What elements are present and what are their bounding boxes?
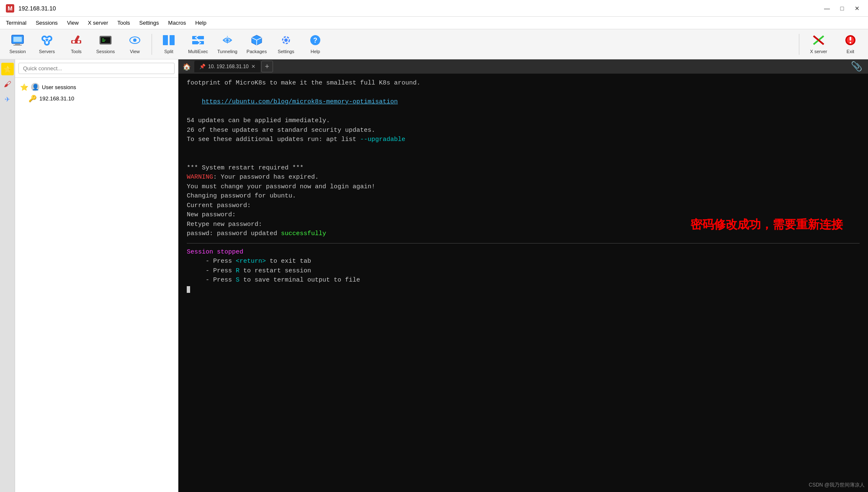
- app-logo: M: [5, 3, 15, 13]
- menu-terminal[interactable]: Terminal: [2, 18, 31, 28]
- tunneling-button[interactable]: Tunneling: [213, 31, 242, 58]
- tab-pin-button[interactable]: 📎: [847, 61, 866, 72]
- multiexec-icon: [191, 34, 205, 48]
- view-icon: [128, 34, 142, 48]
- svg-rect-23: [102, 41, 105, 42]
- exit-label: Exit: [847, 49, 854, 54]
- servers-label: Servers: [39, 49, 55, 54]
- svg-rect-27: [170, 35, 175, 45]
- multiexec-button[interactable]: MultiExec: [184, 31, 212, 58]
- servers-button[interactable]: Servers: [33, 31, 61, 58]
- settings-button[interactable]: Settings: [272, 31, 300, 58]
- session-icon: [11, 34, 24, 48]
- exit-button[interactable]: Exit: [836, 31, 865, 58]
- terminal-line: [187, 88, 860, 98]
- svg-point-25: [133, 38, 137, 42]
- svg-rect-22: [102, 40, 106, 41]
- terminal-divider: [187, 243, 860, 243]
- packages-button[interactable]: Packages: [242, 31, 271, 58]
- xserver-button[interactable]: X server: [804, 31, 833, 58]
- terminal-line: To see these additional updates run: apt…: [187, 135, 860, 145]
- view-button[interactable]: View: [121, 31, 149, 58]
- toolbar-separator-2: [799, 34, 799, 55]
- svg-text:M: M: [8, 5, 13, 12]
- svg-rect-44: [850, 37, 851, 41]
- menu-bar: Terminal Sessions View X server Tools Se…: [0, 17, 868, 29]
- maximize-button[interactable]: □: [836, 4, 848, 13]
- new-tab-button[interactable]: +: [261, 61, 273, 72]
- side-icon-brush[interactable]: 🖌: [1, 78, 14, 90]
- side-icon-star[interactable]: ⭐: [1, 63, 14, 75]
- menu-settings[interactable]: Settings: [135, 18, 163, 28]
- tools-label: Tools: [71, 49, 82, 54]
- key-icon: 🔑: [28, 95, 37, 102]
- terminal-line: - Press <return> to exit tab: [187, 257, 860, 266]
- tab-label: 10. 192.168.31.10: [208, 64, 249, 69]
- session-button[interactable]: Session: [3, 31, 32, 58]
- window-controls: — □ ✕: [821, 4, 863, 13]
- svg-point-45: [850, 42, 851, 44]
- terminal-line: - Press S to save terminal output to fil…: [187, 276, 860, 285]
- terminal-line: [187, 107, 860, 117]
- sessions-button[interactable]: Sessions: [91, 31, 120, 58]
- view-label: View: [130, 49, 140, 54]
- menu-tools[interactable]: Tools: [113, 18, 134, 28]
- session-label-192168: 192.168.31.10: [39, 95, 74, 102]
- svg-rect-26: [163, 35, 168, 45]
- menu-view[interactable]: View: [63, 18, 83, 28]
- split-label: Split: [164, 49, 173, 54]
- user-icon: 👤: [31, 83, 39, 91]
- terminal-area: 🏠 📌 10. 192.168.31.10 ✕ + 📎 footprint of…: [178, 59, 868, 492]
- sessions-label: Sessions: [96, 49, 115, 54]
- servers-icon: [40, 34, 54, 48]
- user-sessions-folder[interactable]: ⭐ 👤 User sessions: [15, 81, 178, 93]
- toolbar: Session Servers: [0, 29, 868, 59]
- xserver-label: X server: [810, 49, 827, 54]
- watermark: CSDN @我乃世间薄凉人: [809, 481, 865, 489]
- split-button[interactable]: Split: [155, 31, 183, 58]
- tools-icon: [70, 34, 83, 48]
- tunneling-label: Tunneling: [217, 49, 237, 54]
- minimize-button[interactable]: —: [821, 4, 833, 13]
- svg-point-14: [46, 41, 48, 44]
- title-bar-left: M 192.168.31.10: [5, 3, 56, 13]
- packages-label: Packages: [247, 49, 267, 54]
- user-sessions-label: User sessions: [42, 84, 76, 90]
- menu-xserver[interactable]: X server: [84, 18, 112, 28]
- help-button[interactable]: ? Help: [301, 31, 330, 58]
- sessions-icon: [99, 34, 112, 48]
- packages-icon: [250, 34, 263, 48]
- menu-sessions[interactable]: Sessions: [31, 18, 62, 28]
- multiexec-label: MultiExec: [188, 49, 208, 54]
- svg-rect-5: [13, 45, 22, 46]
- svg-rect-4: [15, 44, 20, 45]
- terminal-line: [187, 154, 860, 164]
- tunneling-icon: [221, 34, 234, 48]
- title-bar: M 192.168.31.10 — □ ✕: [0, 0, 868, 17]
- session-item-192168[interactable]: 🔑 192.168.31.10: [15, 93, 178, 104]
- terminal-line: footprint of MicroK8s to make it the sma…: [187, 79, 860, 88]
- settings-icon: [279, 34, 293, 48]
- sidebar: ⭐ 👤 User sessions 🔑 192.168.31.10: [15, 59, 178, 492]
- quick-connect-input[interactable]: [18, 63, 175, 74]
- terminal-line: 26 of these updates are standard securit…: [187, 126, 860, 136]
- side-icon-send[interactable]: ✈: [1, 93, 14, 105]
- microk8s-link[interactable]: https://ubuntu.com/blog/microk8s-memory-…: [202, 98, 398, 105]
- chinese-annotation: 密码修改成功，需要重新连接: [690, 216, 843, 233]
- session-label: Session: [9, 49, 26, 54]
- svg-rect-21: [102, 38, 104, 39]
- menu-help[interactable]: Help: [191, 18, 211, 28]
- svg-point-13: [48, 37, 51, 40]
- terminal-output[interactable]: footprint of MicroK8s to make it the sma…: [178, 74, 868, 492]
- terminal-cursor: [187, 286, 190, 293]
- svg-rect-3: [13, 37, 22, 42]
- tab-close-button[interactable]: ✕: [251, 64, 255, 69]
- terminal-line: *** System restart required ***: [187, 164, 860, 173]
- close-button[interactable]: ✕: [851, 4, 863, 13]
- exit-icon: [844, 34, 857, 48]
- menu-macros[interactable]: Macros: [164, 18, 191, 28]
- tools-button[interactable]: Tools: [62, 31, 90, 58]
- terminal-tab-active[interactable]: 📌 10. 192.168.31.10 ✕: [194, 61, 260, 72]
- side-icon-strip: ⭐ 🖌 ✈: [0, 59, 15, 492]
- terminal-home-button[interactable]: 🏠: [180, 61, 193, 72]
